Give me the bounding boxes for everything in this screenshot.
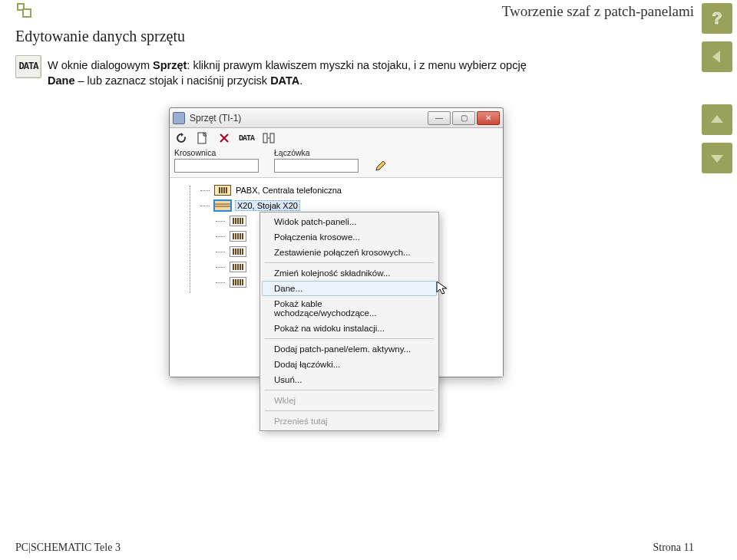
tree-node-pabx[interactable]: PABX, Centrala telefoniczna (182, 183, 500, 198)
rack-icon (214, 200, 231, 211)
krosownica-input[interactable] (174, 159, 259, 173)
ctx-dane[interactable]: Dane... (262, 281, 437, 296)
maximize-button[interactable]: ▢ (452, 111, 475, 125)
section-title: Edytowanie danych sprzętu (15, 28, 185, 45)
window-title: Sprzęt (TI-1) (190, 113, 421, 124)
ctx-widok-patch-paneli[interactable]: Widok patch-paneli... (262, 214, 437, 229)
chapter-title: Tworzenie szaf z patch-panelami (502, 3, 694, 20)
ctx-zestawienie-polaczen[interactable]: Zestawienie połączeń krosowych... (262, 245, 437, 260)
block-icon (230, 262, 246, 272)
ctx-pokaz-kable[interactable]: Pokaż kable wchodzące/wychodzące... (262, 296, 437, 321)
ctx-separator (265, 262, 434, 263)
block-icon (230, 246, 246, 257)
help-button[interactable]: ? (702, 3, 732, 34)
instruction-paragraph: W oknie dialogowym Sprzęt: kliknij prawy… (48, 58, 686, 88)
ctx-zmien-kolejnosc[interactable]: Zmień kolejność składników... (262, 265, 437, 281)
ctx-separator (265, 410, 434, 411)
ctx-pokaz-na-widoku[interactable]: Pokaż na widoku instalacji... (262, 321, 437, 336)
laczowka-input[interactable] (274, 159, 359, 173)
close-button[interactable]: ✕ (477, 111, 500, 125)
svg-rect-1 (263, 133, 267, 143)
footer-product: PC|SCHEMATIC Tele 3 (15, 542, 121, 554)
data-button-graphic-label: DATA (19, 61, 38, 72)
prev-up-button[interactable] (702, 104, 732, 135)
svg-rect-2 (270, 133, 274, 143)
block-icon (230, 277, 246, 288)
split-view-icon[interactable] (262, 131, 276, 145)
next-down-button[interactable] (702, 143, 732, 173)
tree-node-x20[interactable]: X20, Stojak X20 (182, 198, 500, 213)
refresh-icon[interactable] (174, 131, 188, 145)
data-button-graphic: DATA (15, 55, 41, 78)
ctx-dodaj-patch-panel[interactable]: Dodaj patch-panel/elem. aktywny... (262, 341, 437, 357)
svg-text:?: ? (712, 8, 722, 28)
toolbar: DATA (170, 128, 503, 147)
data-tool-button[interactable]: DATA (239, 131, 254, 145)
sprzet-window: Sprzęt (TI-1) — ▢ ✕ DATA (169, 107, 504, 377)
ctx-wklej: Wklej (262, 393, 437, 408)
laczowka-label: Łączówka (274, 148, 359, 157)
ctx-separator (265, 390, 434, 390)
footer-page: Strona 11 (653, 542, 694, 554)
krosownica-label: Krosownica (174, 148, 259, 157)
ctx-separator (265, 338, 434, 339)
minimize-button[interactable]: — (428, 111, 451, 125)
window-icon (173, 112, 185, 124)
prev-left-button[interactable] (702, 41, 732, 72)
new-doc-icon[interactable] (196, 131, 210, 145)
ctx-przenies-tutaj: Przenieś tutaj (262, 413, 437, 429)
ctx-usun[interactable]: Usuń... (262, 372, 437, 387)
panel-icon (214, 185, 231, 196)
pencil-icon[interactable] (374, 159, 388, 173)
tree-area[interactable]: PABX, Centrala telefoniczna X20, Stojak … (170, 177, 503, 377)
nav-column: ? (702, 3, 732, 173)
context-menu: Widok patch-paneli... Połączenia krosowe… (259, 212, 439, 431)
cursor-icon (436, 281, 448, 296)
ctx-dodaj-laczowki[interactable]: Dodaj łączówki... (262, 357, 437, 372)
field-row: Krosownica Łączówka (170, 147, 503, 177)
block-icon (230, 216, 246, 226)
delete-icon[interactable] (217, 131, 231, 145)
section-bullet-icon (17, 3, 35, 21)
titlebar[interactable]: Sprzęt (TI-1) — ▢ ✕ (170, 108, 503, 128)
block-icon (230, 231, 246, 242)
ctx-polaczenia-krosowe[interactable]: Połączenia krosowe... (262, 229, 437, 245)
